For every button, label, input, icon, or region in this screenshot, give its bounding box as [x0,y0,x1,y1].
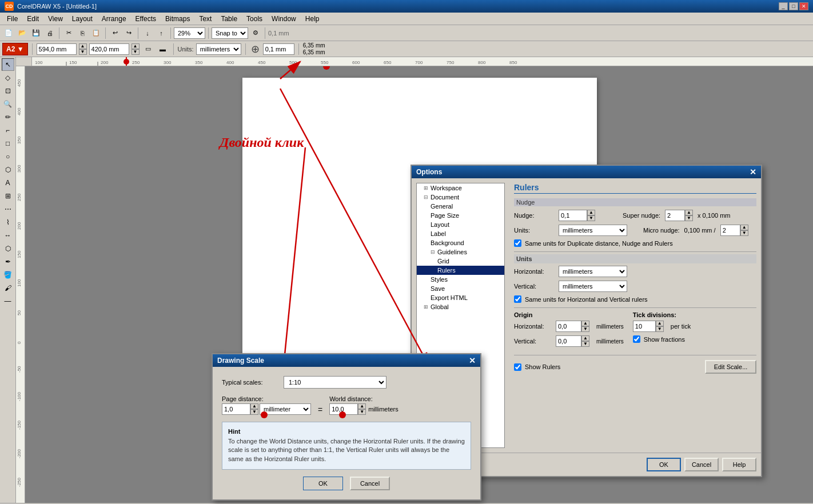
menu-arrange[interactable]: Arrange [97,14,131,24]
height-down[interactable]: ▼ [131,49,140,55]
freehand-tool[interactable]: ✏ [2,111,14,123]
rect-tool[interactable]: □ [2,137,14,150]
show-fractions-checkbox[interactable] [633,335,640,343]
copy-btn[interactable]: ⎘ [76,27,89,39]
crop-tool[interactable]: ⊡ [2,85,14,97]
page-width-input[interactable] [37,43,77,55]
portrait-btn[interactable]: ▭ [142,43,154,55]
vo-up[interactable]: ▲ [581,335,589,341]
same-units-checkbox[interactable] [514,239,521,247]
smartfill-tool[interactable]: 🖌 [2,282,14,294]
tree-exporthtml[interactable]: Export HTML [417,293,504,302]
h-origin-spin[interactable]: ▲ ▼ [556,321,589,332]
page-selector[interactable]: A2 ▼ [2,43,28,55]
nudge-value-input[interactable] [559,210,587,221]
save-btn[interactable]: 💾 [30,27,42,39]
menu-view[interactable]: View [43,14,67,24]
print-btn[interactable]: 🖨 [43,27,56,39]
v-units-select[interactable]: millimeters [559,281,627,292]
ho-down[interactable]: ▼ [581,326,589,332]
h-origin-spinners[interactable]: ▲ ▼ [581,321,589,332]
undo-btn[interactable]: ↩ [109,27,121,39]
micro-up[interactable]: ▲ [740,225,748,230]
tree-pagesize[interactable]: Page Size [417,211,504,220]
super-nudge-input[interactable] [665,210,685,221]
ho-up[interactable]: ▲ [581,321,589,326]
height-up[interactable]: ▲ [131,43,140,49]
vo-down[interactable]: ▼ [581,341,589,347]
menu-edit[interactable]: Edit [22,14,43,24]
cut-btn[interactable]: ✂ [62,27,75,39]
text-tool[interactable]: A [2,177,14,189]
super-down[interactable]: ▼ [685,215,693,221]
v-origin-spin[interactable]: ▲ ▼ [556,335,589,347]
tree-grid[interactable]: Grid [417,257,504,266]
micro-down[interactable]: ▼ [740,230,748,236]
menu-layout[interactable]: Layout [67,14,97,24]
nudge-down-btn[interactable]: ▼ [587,215,595,221]
zoom-select[interactable]: 29% 50% 100% [174,27,205,39]
smartdraw-tool[interactable]: ⌐ [2,124,14,137]
tree-global[interactable]: ⊞ Global [417,302,504,311]
tree-guidelines[interactable]: ⊟ Guidelines [417,247,504,257]
outline-tool[interactable]: — [2,295,14,307]
select-tool[interactable]: ↖ [2,58,14,71]
options-cancel-btn[interactable]: Cancel [684,458,719,471]
export-btn[interactable]: ↑ [155,27,168,39]
page-dist-input[interactable] [222,403,250,415]
tree-document[interactable]: ⊟ Document [417,193,504,202]
nudge-input[interactable] [263,43,294,55]
tree-workspace[interactable]: ⊞ Workspace [417,183,504,193]
tick-spin[interactable]: ▲ ▼ [633,321,664,332]
import-btn[interactable]: ↓ [141,27,154,39]
scale-cancel-btn[interactable]: Cancel [350,477,390,490]
width-up[interactable]: ▲ [79,43,87,49]
paste-btn[interactable]: 📋 [90,27,102,39]
super-nudge-spinners[interactable]: ▲ ▼ [685,210,693,221]
scale-ok-btn[interactable]: OK [303,477,343,490]
menu-effects[interactable]: Effects [131,14,161,24]
snap-select[interactable]: Snap to [212,27,248,39]
menu-help[interactable]: Help [301,14,324,24]
micro-nudge-spinners[interactable]: ▲ ▼ [740,225,748,236]
height-spinners[interactable]: ▲ ▼ [131,43,140,55]
menu-text[interactable]: Text [194,14,216,24]
snap-options-btn[interactable]: ⚙ [249,27,262,39]
world-dist-spin[interactable]: ▲ ▼ [329,403,366,415]
edit-scale-btn[interactable]: Edit Scale... [705,360,756,374]
close-btn[interactable]: ✕ [799,2,808,10]
h-origin-input[interactable] [556,321,581,332]
units-select[interactable]: millimeters [196,43,241,55]
wd-up[interactable]: ▲ [358,403,366,409]
super-up[interactable]: ▲ [685,210,693,215]
fill-tool[interactable]: 🪣 [2,269,14,281]
world-dist-spinners[interactable]: ▲ ▼ [358,403,366,415]
nudge-up-btn[interactable]: ▲ [587,210,595,215]
tree-label[interactable]: Label [417,229,504,238]
options-ok-btn[interactable]: OK [647,458,681,471]
tree-rulers[interactable]: Rulers [417,266,504,275]
menu-window[interactable]: Window [267,14,301,24]
wd-down[interactable]: ▼ [358,409,366,415]
open-btn[interactable]: 📂 [16,27,29,39]
ellipse-tool[interactable]: ○ [2,150,14,163]
tree-styles[interactable]: Styles [417,275,504,284]
width-spinners[interactable]: ▲ ▼ [79,43,87,55]
width-down[interactable]: ▼ [79,49,87,55]
micro-nudge-spin[interactable]: ▲ ▼ [720,225,748,236]
tree-general[interactable]: General [417,202,504,211]
tree-background[interactable]: Background [417,238,504,247]
maximize-btn[interactable]: □ [789,2,798,10]
minimize-btn[interactable]: _ [779,2,788,10]
page-height-input[interactable] [89,43,129,55]
landscape-btn[interactable]: ▬ [157,43,169,55]
polygon-tool[interactable]: ⬡ [2,163,14,176]
show-rulers-checkbox[interactable] [514,363,521,371]
new-btn[interactable]: 📄 [2,27,15,39]
v-origin-input[interactable] [556,335,581,347]
redo-btn[interactable]: ↪ [122,27,135,39]
page-dist-spinners[interactable]: ▲ ▼ [250,403,258,415]
menu-table[interactable]: Table [216,14,242,24]
options-help-btn[interactable]: Help [722,458,756,471]
page-dist-spin[interactable]: ▲ ▼ [222,403,258,415]
